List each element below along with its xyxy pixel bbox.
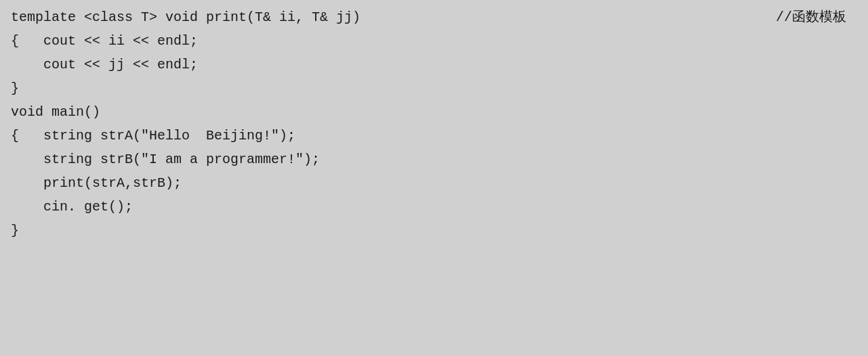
code-line-9: cin. get(); <box>11 195 857 219</box>
code-line-3: cout << jj << endl; <box>11 53 857 76</box>
code-text-7: string strB("I am a programmer!"); <box>11 148 320 171</box>
code-container: template <class T> void print(T& ii, T& … <box>0 0 868 356</box>
code-text-4: } <box>11 76 19 100</box>
code-line-7: string strB("I am a programmer!"); <box>11 148 857 171</box>
code-line-8: print(strA,strB); <box>11 171 857 195</box>
code-text-9: cin. get(); <box>11 195 133 219</box>
code-text-5: void main() <box>11 100 100 124</box>
code-text-10: } <box>11 219 19 242</box>
code-line-6: { string strA("Hello Beijing!"); <box>11 124 857 148</box>
code-line-1: template <class T> void print(T& ii, T& … <box>11 5 857 29</box>
code-text-6: { string strA("Hello Beijing!"); <box>11 124 295 148</box>
code-text-2: { cout << ii << endl; <box>11 29 198 53</box>
code-line-2: { cout << ii << endl; <box>11 29 857 53</box>
code-line-5: void main() <box>11 100 857 124</box>
code-line-4: } <box>11 76 857 100</box>
code-text-8: print(strA,strB); <box>11 171 182 195</box>
code-text-3: cout << jj << endl; <box>11 53 198 76</box>
code-text-1: template <class T> void print(T& ii, T& … <box>11 5 360 29</box>
code-line-10: } <box>11 219 857 242</box>
comment-1: //函数模板 <box>776 5 846 29</box>
